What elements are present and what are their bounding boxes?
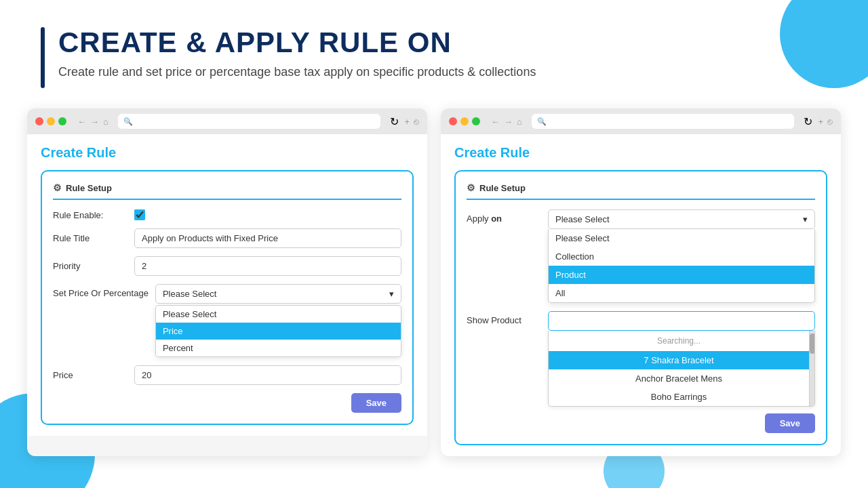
priority-label: Priority (53, 261, 127, 271)
right-browser-actions: + ⎋ (818, 117, 833, 127)
left-browser-actions: + ⎋ (404, 117, 419, 127)
header-accent-bar (41, 27, 45, 88)
left-browser-toolbar: ← → ⌂ 🔍 ↻ + ⎋ (27, 108, 427, 134)
right-create-rule-title: Create Rule (454, 145, 827, 161)
left-browser-window: ← → ⌂ 🔍 ↻ + ⎋ Create Rule ⚙ Rule Setup (27, 108, 427, 456)
right-search-icon: 🔍 (537, 117, 547, 126)
product-search-input[interactable] (548, 311, 815, 331)
back-icon[interactable]: ← (77, 117, 86, 127)
search-icon: 🔍 (123, 117, 133, 126)
left-browser-content: Create Rule ⚙ Rule Setup Rule Enable: Ru… (27, 134, 427, 436)
right-browser-nav: ← → ⌂ (491, 117, 522, 127)
price-input[interactable] (134, 365, 401, 385)
apply-on-row: Apply on Please Select ▾ Please Select C… (467, 209, 815, 303)
header-section: CREATE & APPLY RULE ON Create rule and s… (0, 0, 868, 102)
dot-green[interactable] (58, 117, 66, 125)
set-price-selected: Please Select (163, 289, 217, 299)
apply-on-arrow-icon: ▾ (803, 214, 808, 224)
product-item-boho-earrings[interactable]: Boho Earrings (549, 388, 809, 406)
product-list-scrollbar[interactable] (809, 331, 814, 406)
right-dot-green[interactable] (472, 117, 480, 125)
set-price-arrow-icon: ▾ (389, 289, 394, 299)
refresh-icon[interactable]: ↻ (390, 115, 399, 128)
windows-container: ← → ⌂ 🔍 ↻ + ⎋ Create Rule ⚙ Rule Setup (0, 108, 868, 456)
left-save-button[interactable]: Save (351, 393, 401, 413)
right-form-card: ⚙ Rule Setup Apply on Please Select ▾ Pl… (454, 170, 827, 445)
page-subtitle: Create rule and set price or percentage … (58, 65, 536, 79)
set-price-dropdown-list: Please Select Price Percent (155, 305, 401, 357)
apply-on-selected-text: Please Select (555, 214, 610, 224)
left-create-rule-title: Create Rule (41, 145, 414, 161)
rule-enable-label: Rule Enable: (53, 210, 127, 220)
right-save-wrapper: Save (467, 413, 815, 433)
rule-enable-row: Rule Enable: (53, 209, 401, 220)
apply-on-option-please-select[interactable]: Please Select (549, 229, 814, 247)
show-product-label: Show Product (467, 311, 541, 325)
apply-on-options-list: Please Select Collection Product All (548, 229, 815, 303)
right-browser-window: ← → ⌂ 🔍 ↻ + ⎋ Create Rule ⚙ Rule Setup (441, 108, 841, 456)
price-row: Price (53, 365, 401, 385)
plus-icon[interactable]: + (404, 117, 410, 127)
dropdown-option-percent[interactable]: Percent (156, 340, 401, 357)
right-forward-icon[interactable]: → (504, 117, 513, 127)
right-save-button[interactable]: Save (765, 413, 815, 433)
forward-icon[interactable]: → (90, 117, 99, 127)
priority-input[interactable] (134, 256, 401, 276)
left-form-card: ⚙ Rule Setup Rule Enable: Rule Title Pri… (41, 170, 414, 425)
dot-red[interactable] (35, 117, 43, 125)
right-back-icon[interactable]: ← (491, 117, 500, 127)
right-browser-content: Create Rule ⚙ Rule Setup Apply on Please… (441, 134, 841, 456)
right-dot-yellow[interactable] (460, 117, 469, 125)
dropdown-option-price[interactable]: Price (156, 323, 401, 340)
product-searching-text: Searching... (549, 331, 809, 351)
rule-setup-label: Rule Setup (66, 183, 112, 193)
set-price-dropdown-wrapper: Please Select ▾ Please Select Price Perc… (155, 284, 401, 357)
right-home-icon[interactable]: ⌂ (517, 117, 522, 127)
home-icon[interactable]: ⌂ (103, 117, 108, 127)
right-address-bar[interactable]: 🔍 (532, 114, 795, 129)
right-gear-icon: ⚙ (467, 182, 475, 193)
set-price-dropdown-container: Please Select ▾ Please Select Price Perc… (155, 284, 401, 357)
right-window-dots (449, 117, 480, 125)
left-browser-nav: ← → ⌂ (77, 117, 108, 127)
product-list-container: Searching... 7 Shakra Bracelet Anchor Br… (548, 331, 815, 407)
left-window-dots (35, 117, 66, 125)
left-save-wrapper: Save (53, 393, 401, 413)
set-price-row: Set Price Or Percentage Please Select ▾ … (53, 284, 401, 357)
apply-on-option-product[interactable]: Product (549, 266, 814, 284)
right-share-icon[interactable]: ⎋ (827, 117, 833, 127)
product-item-7-shakra[interactable]: 7 Shakra Bracelet (549, 351, 809, 369)
right-refresh-icon[interactable]: ↻ (804, 115, 812, 128)
gear-icon: ⚙ (53, 182, 62, 193)
priority-row: Priority (53, 256, 401, 276)
show-product-area: Searching... 7 Shakra Bracelet Anchor Br… (548, 311, 815, 407)
product-list-inner: Searching... 7 Shakra Bracelet Anchor Br… (549, 331, 809, 406)
left-rule-setup-header: ⚙ Rule Setup (53, 182, 401, 200)
right-rule-setup-label: Rule Setup (479, 183, 526, 193)
show-product-row: Show Product Searching... 7 Shakra Brace… (467, 311, 815, 407)
right-rule-setup-header: ⚙ Rule Setup (467, 182, 815, 200)
share-icon[interactable]: ⎋ (414, 117, 419, 127)
rule-enable-checkbox[interactable] (134, 209, 145, 220)
apply-on-dropdown-trigger[interactable]: Please Select ▾ (548, 209, 815, 229)
right-dot-red[interactable] (449, 117, 457, 125)
price-label: Price (53, 370, 127, 380)
apply-on-dropdown-area: Please Select ▾ Please Select Collection… (548, 209, 815, 303)
dot-yellow[interactable] (47, 117, 55, 125)
set-price-label: Set Price Or Percentage (53, 284, 149, 298)
apply-on-option-all[interactable]: All (549, 284, 814, 302)
left-address-bar[interactable]: 🔍 (118, 114, 381, 129)
apply-on-label: Apply on (467, 209, 541, 224)
right-browser-toolbar: ← → ⌂ 🔍 ↻ + ⎋ (441, 108, 841, 134)
set-price-dropdown-trigger[interactable]: Please Select ▾ (155, 284, 401, 304)
rule-title-row: Rule Title (53, 228, 401, 248)
product-item-anchor-bracelet[interactable]: Anchor Bracelet Mens (549, 369, 809, 388)
rule-title-label: Rule Title (53, 233, 127, 243)
header-text-block: CREATE & APPLY RULE ON Create rule and s… (58, 27, 536, 79)
apply-on-option-collection[interactable]: Collection (549, 247, 814, 266)
page-title: CREATE & APPLY RULE ON (58, 27, 536, 58)
scrollbar-thumb (810, 333, 815, 354)
dropdown-option-please-select[interactable]: Please Select (156, 306, 401, 323)
rule-title-input[interactable] (134, 228, 401, 248)
right-plus-icon[interactable]: + (818, 117, 823, 127)
